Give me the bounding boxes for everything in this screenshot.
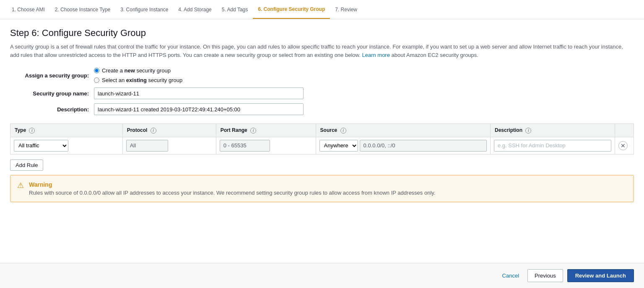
select-existing-radio[interactable] — [94, 77, 99, 83]
warning-content: Warning Rules with source of 0.0.0.0/0 a… — [29, 181, 435, 196]
nav-step-7[interactable]: 7. Review — [330, 0, 362, 19]
source-info-icon[interactable]: i — [340, 128, 346, 134]
protocol-cell — [122, 137, 216, 154]
col-type: Type i — [10, 124, 123, 137]
rules-table: Type i Protocol i Port Range i Source i … — [10, 123, 634, 154]
type-select[interactable]: All traffic — [14, 140, 68, 152]
wizard-nav: 1. Choose AMI 2. Choose Instance Type 3.… — [0, 0, 644, 19]
learn-more-link[interactable]: Learn more — [362, 52, 390, 58]
desc-input[interactable] — [494, 140, 611, 152]
nav-step-5[interactable]: 5. Add Tags — [217, 0, 253, 19]
port-range-input — [220, 140, 270, 152]
assign-sg-row: Assign a security group: Create a new se… — [10, 67, 634, 83]
page-description: A security group is a set of firewall ru… — [10, 43, 631, 59]
nav-step-2[interactable]: 2. Choose Instance Type — [50, 0, 116, 19]
main-content: Step 6: Configure Security Group A secur… — [0, 19, 644, 263]
warning-title: Warning — [29, 181, 435, 188]
nav-step-3[interactable]: 3. Configure Instance — [115, 0, 173, 19]
sg-name-input[interactable] — [94, 87, 304, 99]
page-title: Step 6: Configure Security Group — [10, 28, 634, 39]
source-text-input — [360, 140, 487, 152]
nav-step-6[interactable]: 6. Configure Security Group — [253, 0, 330, 19]
source-cell: Anywhere Custom My IP — [316, 137, 490, 154]
description-input[interactable] — [94, 103, 304, 115]
port-range-cell — [216, 137, 316, 154]
nav-step-4[interactable]: 4. Add Storage — [173, 0, 216, 19]
create-new-radio-label[interactable]: Create a new security group — [94, 67, 182, 74]
description-row: Description: — [10, 103, 634, 115]
type-cell: All traffic — [10, 137, 123, 154]
protocol-input — [126, 140, 168, 152]
col-source: Source i — [316, 124, 490, 137]
col-port-range: Port Range i — [216, 124, 316, 137]
col-protocol: Protocol i — [122, 124, 216, 137]
desc-info-icon[interactable]: i — [525, 128, 531, 134]
radio-group: Create a new security group Select an ex… — [94, 67, 182, 83]
warning-icon: ⚠ — [17, 182, 24, 189]
warning-text: Rules with source of 0.0.0.0/0 allow all… — [29, 190, 435, 196]
desc-cell — [490, 137, 615, 154]
table-header-row: Type i Protocol i Port Range i Source i … — [10, 124, 634, 137]
add-rule-button[interactable]: Add Rule — [10, 159, 43, 171]
nav-step-1[interactable]: 1. Choose AMI — [7, 0, 50, 19]
delete-row-button[interactable]: ✕ — [618, 141, 628, 150]
assign-sg-label: Assign a security group: — [10, 72, 94, 79]
source-group: Anywhere Custom My IP — [319, 140, 487, 152]
col-description: Description i — [490, 124, 615, 137]
sg-name-label: Security group name: — [10, 90, 94, 97]
form-section: Assign a security group: Create a new se… — [10, 67, 634, 115]
type-info-icon[interactable]: i — [29, 128, 35, 134]
col-action — [615, 124, 634, 137]
source-select[interactable]: Anywhere Custom My IP — [319, 140, 358, 152]
description-label: Description: — [10, 106, 94, 113]
action-cell: ✕ — [615, 137, 634, 154]
sg-name-row: Security group name: — [10, 87, 634, 99]
select-existing-radio-label[interactable]: Select an existing security group — [94, 77, 182, 83]
port-info-icon[interactable]: i — [250, 128, 256, 134]
warning-box: ⚠ Warning Rules with source of 0.0.0.0/0… — [10, 175, 634, 202]
table-row: All traffic Anywhere Custom My IP — [10, 137, 634, 154]
protocol-info-icon[interactable]: i — [151, 128, 156, 134]
create-new-radio[interactable] — [94, 68, 99, 73]
